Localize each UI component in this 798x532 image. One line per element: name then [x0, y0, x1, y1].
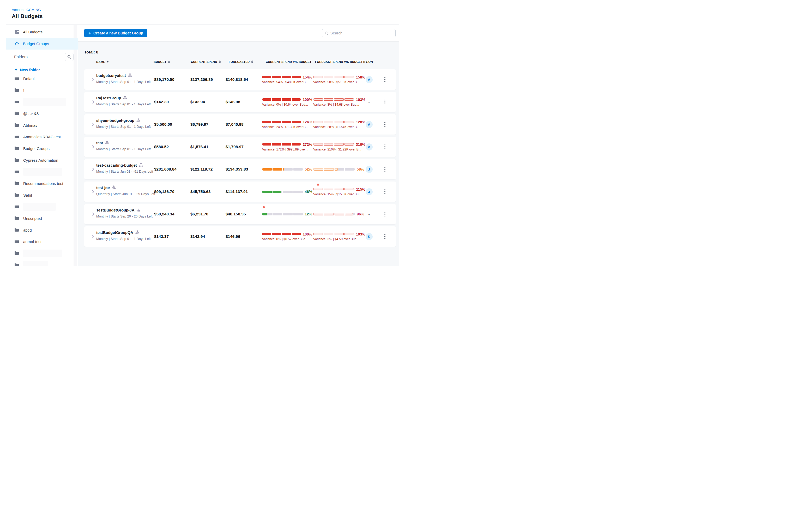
search-box[interactable]	[322, 29, 396, 37]
column-header-budget[interactable]: BUDGET	[154, 60, 170, 63]
create-budget-group-button[interactable]: + Create a new Budget Group	[84, 29, 147, 37]
folder-item[interactable]: Recommendations test	[6, 177, 78, 189]
folder-item[interactable]: Default	[6, 73, 78, 84]
forecasted-value: $1,798.97	[226, 145, 244, 149]
table-row[interactable]: shyam-budget-groupMonthly | Starts Sep 0…	[84, 114, 396, 135]
row-expand-chevron[interactable]	[91, 167, 95, 171]
row-menu-button[interactable]	[382, 92, 388, 112]
folder-item[interactable]: @ . > &&	[6, 108, 78, 119]
folder-item[interactable]	[6, 201, 78, 213]
folder-item[interactable]: Abhinav	[6, 119, 78, 131]
budget-group-name: test-joe	[96, 186, 110, 190]
folder-item[interactable]: Sahil	[6, 189, 78, 201]
row-expand-chevron[interactable]	[91, 145, 95, 149]
row-expand-chevron[interactable]	[91, 77, 95, 82]
folder-icon	[14, 193, 19, 198]
sidebar-item-budget-groups[interactable]: Budget Groups	[6, 38, 78, 50]
row-expand-chevron[interactable]	[91, 122, 95, 127]
forecast-vs-budget-cell: 128%Variance: 28% | $1.54K over B...	[313, 114, 365, 135]
forecast-vs-budget-cell: 103%Variance: 3% | $4.59 over Bud...	[313, 226, 365, 247]
row-menu-button[interactable]	[382, 204, 388, 224]
table-row[interactable]: TestBudgetGroup-JAMonthly | Starts Sep 2…	[84, 204, 396, 224]
folder-icon	[14, 251, 19, 256]
folder-item[interactable]: abcd	[6, 224, 78, 236]
column-header-forecasted[interactable]: FORECASTED	[229, 60, 253, 63]
sort-icon	[219, 60, 221, 63]
row-expand-chevron[interactable]	[91, 234, 95, 239]
total-count: Total: 8	[84, 50, 399, 55]
forecast-variance-text: Variance: 28% | $1.54K over B...	[313, 125, 365, 129]
current-vs-budget-bar	[262, 76, 301, 78]
folder-name: Unscripted	[23, 216, 42, 221]
main-content: + Create a new Budget Group Total: 8 NAM…	[78, 25, 399, 266]
folder-icon	[14, 169, 19, 174]
table-body: budgetsuryatestMonthly | Starts Sep 01 -…	[84, 69, 396, 247]
account-breadcrumb[interactable]: Account: CCM-NG	[12, 8, 41, 12]
hierarchy-icon	[139, 163, 143, 168]
forecasted-value: $7,040.98	[226, 122, 244, 127]
budget-group-name: budgetsuryatest	[96, 74, 126, 78]
table-row[interactable]: testMonthly | Starts Sep 01 - 1 Days Lef…	[84, 137, 396, 157]
by-on-cell: -	[364, 204, 374, 224]
folder-icon	[14, 123, 19, 128]
folder-icon	[14, 228, 19, 233]
piggy-bank-icon	[15, 41, 19, 46]
budget-group-name: TestBudgetGroup-JA	[96, 208, 134, 212]
folder-item[interactable]: anmol-test	[6, 236, 78, 248]
folders-divider	[6, 63, 78, 63]
row-menu-button[interactable]	[382, 159, 388, 179]
hierarchy-icon	[112, 185, 116, 190]
folder-item[interactable]: Cypress Automation	[6, 154, 78, 166]
column-header-name[interactable]: NAME	[96, 60, 109, 63]
row-menu-button[interactable]	[382, 69, 388, 90]
forecasted-value: $114,137.91	[226, 189, 248, 194]
current-vs-budget-bar	[262, 213, 303, 215]
table-row[interactable]: test-joeQuarterly | Starts Jun 01 - -29 …	[84, 182, 396, 202]
folder-item[interactable]: Anomalies RBAC test	[6, 131, 78, 142]
folder-name: Recommendations test	[23, 181, 63, 186]
folder-name-redacted	[23, 98, 66, 106]
table-row[interactable]: RajTestGroupMonthly | Starts Sep 01 - 1 …	[84, 92, 396, 112]
row-expand-chevron[interactable]	[91, 100, 95, 104]
by-on-cell: A	[364, 69, 374, 90]
row-expand-chevron[interactable]	[91, 212, 95, 216]
row-schedule: Monthly | Starts Sep 20 - 20 Days Left	[96, 214, 153, 218]
folder-item[interactable]	[6, 166, 78, 178]
folder-item[interactable]: Budget Groups	[6, 142, 78, 154]
new-folder-button[interactable]: + New folder	[15, 67, 78, 72]
folder-icon	[14, 88, 19, 93]
sidebar-item-all-budgets[interactable]: All Budgets	[6, 26, 78, 38]
column-header-current-spend[interactable]: CURRENT SPEND	[191, 60, 221, 63]
current-vs-budget-bar	[262, 98, 301, 101]
current-spend-value: $1,576.41	[190, 145, 208, 149]
forecast-vs-budget-percent: 96%	[357, 212, 364, 216]
folders-search-button[interactable]	[65, 53, 74, 61]
folder-item[interactable]: Unscripted	[6, 212, 78, 224]
forecast-variance-text: Variance: 15% | $15.0K over Bu...	[313, 192, 365, 196]
folders-section-title: Folders	[14, 55, 27, 59]
table-row[interactable]: test-cascading-budgetMonthly | Starts Ju…	[84, 159, 396, 179]
row-schedule: Monthly | Starts Sep 01 - 1 Days Left	[96, 80, 151, 84]
folder-item[interactable]	[6, 96, 78, 108]
forecast-vs-budget-cell: 58%	[313, 159, 365, 179]
table-row[interactable]: testBudgetGroupQAMonthly | Starts Sep 01…	[84, 226, 396, 247]
budget-group-name: shyam-budget-group	[96, 118, 134, 122]
search-input[interactable]	[330, 31, 393, 35]
sidebar-scrollbar[interactable]	[74, 25, 77, 266]
row-menu-button[interactable]	[382, 226, 388, 247]
sidebar-nav: All Budgets Budget Groups	[6, 25, 78, 50]
table-row[interactable]: budgetsuryatestMonthly | Starts Sep 01 -…	[84, 69, 396, 90]
current-variance-text: Variance: 0% | $0.57 over Bud...	[262, 237, 312, 241]
row-menu-button[interactable]	[382, 182, 388, 202]
folder-item[interactable]: !	[6, 84, 78, 96]
row-schedule: Monthly | Starts Jun 01 - -91 Days Left	[96, 170, 153, 173]
folder-item[interactable]	[6, 259, 78, 266]
forecast-vs-budget-bar	[313, 76, 354, 78]
current-vs-budget-cell: 46%	[262, 182, 312, 202]
folder-name-redacted	[23, 203, 56, 211]
folder-item[interactable]	[6, 247, 78, 259]
owner-avatar: K	[366, 233, 373, 240]
row-expand-chevron[interactable]	[91, 190, 95, 194]
row-menu-button[interactable]	[382, 114, 388, 135]
row-menu-button[interactable]	[382, 137, 388, 157]
